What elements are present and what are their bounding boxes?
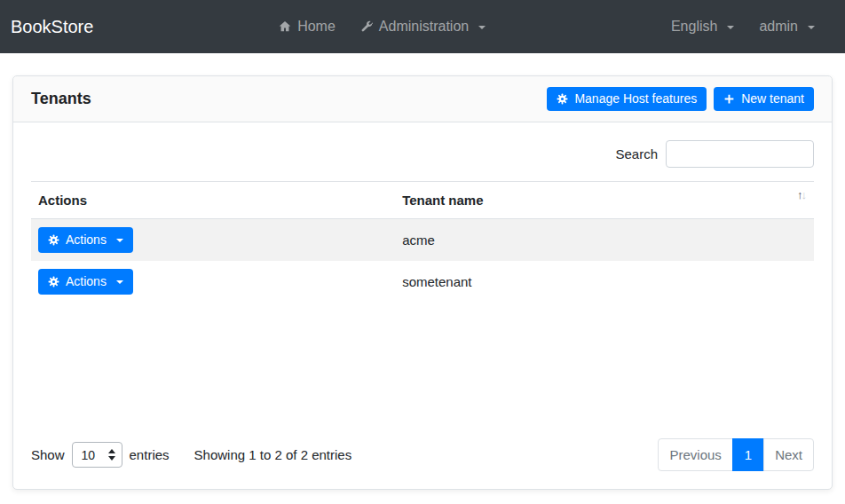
- tenant-name-cell: sometenant: [395, 261, 814, 303]
- pagination-previous[interactable]: Previous: [658, 438, 732, 471]
- page-size-wrap: 10: [72, 442, 122, 468]
- search-row: Search: [31, 140, 814, 168]
- navbar-menu: Home Administration: [93, 19, 671, 35]
- page-title: Tenants: [31, 90, 91, 108]
- navbar-right: English admin: [671, 19, 815, 35]
- gear-icon: [48, 234, 59, 246]
- table-row: Actions sometenant: [31, 261, 814, 303]
- search-input[interactable]: [666, 140, 814, 168]
- tenant-name-header-label: Tenant name: [402, 193, 483, 208]
- nav-administration-label: Administration: [379, 19, 469, 35]
- entries-label: entries: [130, 447, 170, 462]
- nav-home-label: Home: [297, 19, 336, 35]
- language-label: English: [671, 19, 717, 35]
- wrench-icon: [360, 20, 373, 33]
- user-label: admin: [759, 19, 798, 35]
- manage-host-features-label: Manage Host features: [574, 91, 697, 106]
- bookstore-brand[interactable]: BookStore: [11, 17, 93, 37]
- entries-info: Showing 1 to 2 of 2 entries: [194, 447, 352, 462]
- actions-cell: Actions: [31, 219, 395, 262]
- plus-icon: [723, 93, 735, 105]
- table-row: Actions acme: [31, 219, 814, 262]
- chevron-down-icon: [808, 26, 815, 29]
- sort-icon: ↑↓: [797, 188, 805, 201]
- column-header-tenant-name[interactable]: Tenant name ↑↓: [395, 182, 814, 219]
- chevron-down-icon: [478, 26, 486, 29]
- column-header-actions: Actions: [31, 182, 395, 219]
- gear-icon: [48, 276, 59, 287]
- pagination: Previous 1 Next: [658, 438, 814, 471]
- chevron-down-icon: [116, 239, 123, 242]
- row-actions-label: Actions: [66, 232, 107, 248]
- tenant-name-cell: acme: [395, 219, 814, 262]
- navbar: BookStore Home Administration English ad…: [0, 0, 845, 53]
- pagination-next[interactable]: Next: [763, 438, 814, 471]
- actions-cell: Actions: [31, 261, 395, 303]
- header-actions: Manage Host features New tenant: [547, 87, 814, 111]
- table-footer: Show 10 entries Showing 1 to 2 of 2 entr…: [31, 438, 814, 471]
- chevron-down-icon: [116, 280, 123, 284]
- home-icon: [279, 20, 291, 33]
- tenants-card: Tenants Manage Host features New tenant …: [12, 75, 833, 490]
- page-size-select[interactable]: 10: [72, 442, 122, 468]
- user-dropdown[interactable]: admin: [759, 19, 815, 35]
- nav-home[interactable]: Home: [272, 19, 343, 35]
- table-header-row: Actions Tenant name ↑↓: [31, 182, 814, 219]
- nav-administration[interactable]: Administration: [353, 19, 493, 35]
- language-dropdown[interactable]: English: [671, 19, 734, 35]
- card-header: Tenants Manage Host features New tenant: [13, 76, 832, 122]
- row-actions-button[interactable]: Actions: [38, 227, 133, 253]
- show-label: Show: [31, 447, 65, 462]
- chevron-down-icon: [727, 26, 734, 29]
- tenants-table: Actions Tenant name ↑↓ Actions: [31, 181, 814, 303]
- pagination-page-1[interactable]: 1: [732, 438, 764, 471]
- gear-icon: [557, 93, 568, 105]
- row-actions-button[interactable]: Actions: [38, 269, 133, 295]
- row-actions-label: Actions: [66, 274, 107, 289]
- manage-host-features-button[interactable]: Manage Host features: [547, 87, 707, 111]
- new-tenant-label: New tenant: [741, 91, 804, 106]
- search-label: Search: [615, 146, 658, 161]
- new-tenant-button[interactable]: New tenant: [714, 87, 814, 111]
- card-body: Search Actions Tenant name ↑↓: [13, 122, 832, 489]
